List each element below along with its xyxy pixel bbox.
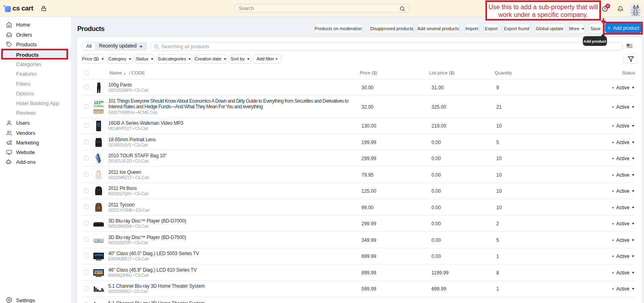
svg-text:101: 101 bbox=[94, 101, 101, 105]
svg-text:ECONOMICS: ECONOMICS bbox=[94, 105, 104, 107]
